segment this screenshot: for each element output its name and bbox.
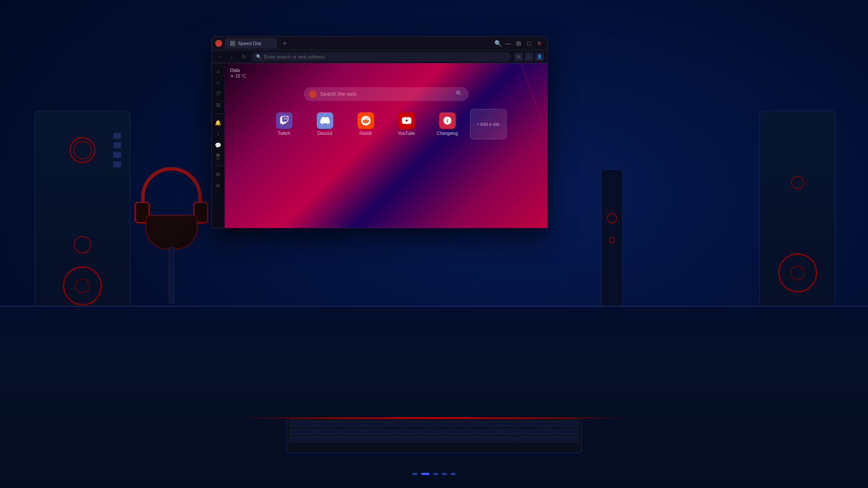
sidebar-divider-2 xyxy=(215,165,222,166)
key xyxy=(555,421,579,427)
decorative-line-1 xyxy=(520,63,547,219)
key xyxy=(368,429,394,435)
weather-temp: ☀ 18 °C xyxy=(230,74,246,79)
sidebar-item-whatsapp[interactable]: 📱 xyxy=(214,152,223,161)
key xyxy=(421,429,447,435)
tile-discord[interactable]: Discord xyxy=(307,109,343,139)
key xyxy=(314,421,337,427)
sidebar-item-settings-2[interactable]: ⚙ xyxy=(214,181,223,190)
reddit-label: Reddit xyxy=(359,131,372,136)
desk xyxy=(0,306,868,488)
weather-widget: Oslo ☀ 18 °C xyxy=(230,68,246,79)
search-button[interactable]: 🔍 xyxy=(493,39,502,48)
key xyxy=(289,421,313,427)
control-block-3 xyxy=(113,152,121,158)
tile-add-site[interactable]: + Add a site xyxy=(470,109,506,139)
reload-button[interactable]: ↻ xyxy=(240,52,248,61)
minimize-button[interactable]: — xyxy=(504,39,513,48)
maximize-button[interactable]: □ xyxy=(525,39,533,48)
changelog-label: Changelog xyxy=(437,131,457,136)
key xyxy=(500,429,526,435)
address-text: Enter search or web address xyxy=(264,54,325,59)
progress-dot-3 xyxy=(433,473,438,475)
progress-dot-1 xyxy=(412,473,418,475)
key xyxy=(338,421,361,427)
key xyxy=(483,421,506,427)
add-site-label: + Add a site xyxy=(477,122,500,127)
left-speaker xyxy=(35,111,130,332)
key xyxy=(474,429,500,435)
discord-icon xyxy=(317,112,333,129)
browser-window: Speed Dial + 🔍 — ⊞ □ ✕ ‹ › ↻ 🔍 Enter sea… xyxy=(211,36,548,228)
twitch-label: Twitch xyxy=(278,131,290,136)
key xyxy=(516,436,579,442)
browser-addressbar: ‹ › ↻ 🔍 Enter search or web address ⊞ ↓ … xyxy=(212,50,547,63)
profile-button[interactable]: 👤 xyxy=(535,52,544,61)
tab-label: Speed Dial xyxy=(238,41,261,46)
speaker-left-logo xyxy=(69,137,95,163)
address-bar[interactable]: 🔍 Enter search or web address xyxy=(252,52,511,62)
right-large-speaker-large-woofer xyxy=(778,253,817,292)
key xyxy=(342,429,368,435)
sidebar-item-home[interactable]: ⌂ xyxy=(214,67,223,75)
tile-button[interactable]: ⊞ xyxy=(514,39,523,48)
speed-dial-search[interactable]: Search the web 🔍 xyxy=(304,87,469,101)
browser-tab-speed-dial[interactable]: Speed Dial xyxy=(225,38,277,49)
key xyxy=(386,421,410,427)
search-submit-button[interactable]: 🔍 xyxy=(456,90,464,98)
tile-twitch[interactable]: Twitch xyxy=(266,109,302,139)
tile-reddit[interactable]: Reddit xyxy=(348,109,384,139)
sidebar-item-settings-1[interactable]: ⚙ xyxy=(214,170,223,179)
download-button[interactable]: ↓ xyxy=(525,52,533,61)
twitch-icon xyxy=(276,112,293,129)
progress-dot-5 xyxy=(450,473,456,475)
key xyxy=(531,421,555,427)
sidebar-item-history[interactable]: ⏱ xyxy=(214,89,223,98)
changelog-icon xyxy=(439,112,456,129)
reddit-icon xyxy=(358,112,374,129)
speaker-woofer-small xyxy=(74,236,91,253)
tile-youtube[interactable]: YouTube xyxy=(388,109,425,139)
control-block-4 xyxy=(113,161,121,167)
progress-dot-2 xyxy=(421,473,430,475)
sidebar-item-bookmarks[interactable]: ☆ xyxy=(214,78,223,87)
browser-content: ⌂ ☆ ⏱ ⊞ 🔔 ♪ 💬 📱 ⚙ ⚙ Oslo ☀ 18 °C xyxy=(212,63,547,228)
key xyxy=(289,429,315,435)
snapshot-button[interactable]: ⊞ xyxy=(514,52,523,61)
speed-dial-tiles: Twitch Discord Reddit xyxy=(266,109,506,139)
key xyxy=(553,429,579,435)
right-large-speaker-small-woofer xyxy=(791,176,804,189)
keyboard xyxy=(286,419,582,453)
window-controls: 🔍 — ⊞ □ ✕ xyxy=(493,39,544,48)
keyboard-row-3 xyxy=(287,435,581,442)
browser-titlebar: Speed Dial + 🔍 — ⊞ □ ✕ xyxy=(212,36,547,50)
close-button[interactable]: ✕ xyxy=(535,39,544,48)
addressbar-right-buttons: ⊞ ↓ 👤 xyxy=(514,52,544,61)
speaker-woofer-large xyxy=(63,266,102,305)
discord-label: Discord xyxy=(318,131,332,136)
weather-temperature: 18 °C xyxy=(235,74,246,79)
key xyxy=(410,421,434,427)
youtube-icon xyxy=(398,112,415,129)
headphone-arc xyxy=(141,167,202,219)
sidebar-item-notifications[interactable]: 🔔 xyxy=(214,118,223,127)
address-search-icon: 🔍 xyxy=(256,54,261,59)
control-block-2 xyxy=(113,142,121,148)
key xyxy=(447,429,473,435)
forward-button[interactable]: › xyxy=(227,52,236,61)
sidebar-item-music[interactable]: ♪ xyxy=(214,130,223,138)
new-tab-button[interactable]: + xyxy=(279,38,290,49)
back-button[interactable]: ‹ xyxy=(215,52,224,61)
tile-changelog[interactable]: Changelog xyxy=(429,109,466,139)
headphone-stand xyxy=(135,167,208,321)
keyboard-row-1 xyxy=(287,419,581,427)
right-large-speaker xyxy=(760,111,835,328)
headphone-stand-pole xyxy=(169,247,174,304)
decorative-line-2 xyxy=(495,63,547,228)
key xyxy=(527,429,552,435)
headphone-body xyxy=(145,215,197,249)
sidebar-item-tabs[interactable]: ⊞ xyxy=(214,101,223,109)
search-placeholder: Search the web xyxy=(320,91,452,97)
sidebar-item-messenger[interactable]: 💬 xyxy=(214,141,223,150)
speed-dial: Oslo ☀ 18 °C Search the web 🔍 Twitch xyxy=(225,63,547,228)
